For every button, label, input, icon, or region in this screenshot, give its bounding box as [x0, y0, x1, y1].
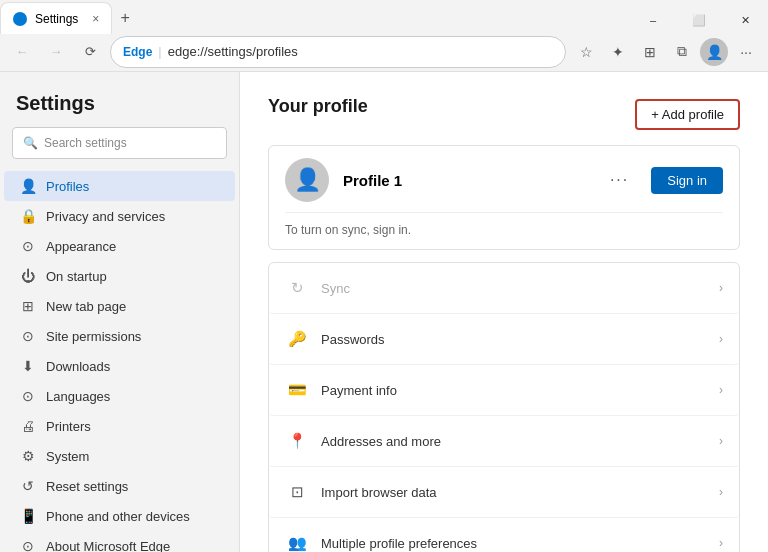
- system-icon: ⚙: [20, 448, 36, 464]
- tab-favicon: [13, 12, 27, 26]
- chevron-icon: ›: [719, 536, 723, 550]
- sidebar-item-label: System: [46, 449, 89, 464]
- menu-label: Passwords: [321, 332, 719, 347]
- passwords-icon: 🔑: [285, 327, 309, 351]
- minimize-button[interactable]: –: [630, 4, 676, 36]
- sidebar-item-label: New tab page: [46, 299, 126, 314]
- menu-label: Addresses and more: [321, 434, 719, 449]
- sync-hint: To turn on sync, sign in.: [285, 212, 723, 237]
- downloads-icon: ⬇: [20, 358, 36, 374]
- sidebar-item-newtab[interactable]: ⊞ New tab page: [4, 291, 235, 321]
- sidebar-item-permissions[interactable]: ⊙ Site permissions: [4, 321, 235, 351]
- menu-item-import[interactable]: ⊡ Import browser data ›: [269, 467, 739, 518]
- sign-in-button[interactable]: Sign in: [651, 167, 723, 194]
- profiles-icon: 👤: [20, 178, 36, 194]
- sidebar-item-phone[interactable]: 📱 Phone and other devices: [4, 501, 235, 531]
- read-aloud-icon[interactable]: ✦: [604, 38, 632, 66]
- sidebar-item-system[interactable]: ⚙ System: [4, 441, 235, 471]
- favorites-icon[interactable]: ☆: [572, 38, 600, 66]
- addresses-icon: 📍: [285, 429, 309, 453]
- chevron-icon: ›: [719, 434, 723, 448]
- active-tab[interactable]: Settings ×: [0, 2, 112, 34]
- sidebar-item-label: Profiles: [46, 179, 89, 194]
- menu-item-sync[interactable]: ↻ Sync ›: [269, 263, 739, 314]
- content-area: Your profile + Add profile 👤 Profile 1 ·…: [240, 72, 768, 552]
- close-button[interactable]: ✕: [722, 4, 768, 36]
- url-text: edge://settings/profiles: [168, 44, 298, 59]
- sidebar-item-startup[interactable]: ⏻ On startup: [4, 261, 235, 291]
- profile-avatar: 👤: [285, 158, 329, 202]
- menu-label: Sync: [321, 281, 719, 296]
- browser-toolbar: ← → ⟳ Edge | edge://settings/profiles ☆ …: [0, 32, 768, 72]
- profile-header: Your profile + Add profile: [268, 96, 740, 133]
- profile-more-button[interactable]: ···: [602, 167, 637, 193]
- menu-label: Multiple profile preferences: [321, 536, 719, 551]
- sidebar-item-label: Privacy and services: [46, 209, 165, 224]
- import-icon: ⊡: [285, 480, 309, 504]
- startup-icon: ⏻: [20, 268, 36, 284]
- sidebar-item-label: Printers: [46, 419, 91, 434]
- forward-button[interactable]: →: [42, 38, 70, 66]
- sidebar-item-label: On startup: [46, 269, 107, 284]
- sidebar-item-appearance[interactable]: ⊙ Appearance: [4, 231, 235, 261]
- multiprofile-icon: 👥: [285, 531, 309, 552]
- chevron-icon: ›: [719, 485, 723, 499]
- collections-icon[interactable]: ⊞: [636, 38, 664, 66]
- chevron-icon: ›: [719, 383, 723, 397]
- newtab-icon: ⊞: [20, 298, 36, 314]
- split-screen-icon[interactable]: ⧉: [668, 38, 696, 66]
- profile-card: 👤 Profile 1 ··· Sign in To turn on sync,…: [268, 145, 740, 250]
- your-profile-title: Your profile: [268, 96, 368, 117]
- menu-item-addresses[interactable]: 📍 Addresses and more ›: [269, 416, 739, 467]
- address-bar[interactable]: Edge | edge://settings/profiles: [110, 36, 566, 68]
- sidebar-item-profiles[interactable]: 👤 Profiles: [4, 171, 235, 201]
- sidebar-item-privacy[interactable]: 🔒 Privacy and services: [4, 201, 235, 231]
- menu-item-passwords[interactable]: 🔑 Passwords ›: [269, 314, 739, 365]
- sidebar-item-languages[interactable]: ⊙ Languages: [4, 381, 235, 411]
- sidebar-item-label: Appearance: [46, 239, 116, 254]
- main-layout: Settings 🔍 Search settings 👤 Profiles 🔒 …: [0, 72, 768, 552]
- sidebar-item-printers[interactable]: 🖨 Printers: [4, 411, 235, 441]
- search-box[interactable]: 🔍 Search settings: [12, 127, 227, 159]
- sidebar-item-label: Downloads: [46, 359, 110, 374]
- permissions-icon: ⊙: [20, 328, 36, 344]
- edge-logo-icon: Edge: [123, 45, 152, 59]
- search-icon: 🔍: [23, 136, 38, 150]
- menu-item-payment[interactable]: 💳 Payment info ›: [269, 365, 739, 416]
- appearance-icon: ⊙: [20, 238, 36, 254]
- sidebar-item-downloads[interactable]: ⬇ Downloads: [4, 351, 235, 381]
- phone-icon: 📱: [20, 508, 36, 524]
- refresh-button[interactable]: ⟳: [76, 38, 104, 66]
- tab-close-icon[interactable]: ×: [92, 12, 99, 26]
- toolbar-icons: ☆ ✦ ⊞ ⧉ 👤 ···: [572, 38, 760, 66]
- chevron-icon: ›: [719, 332, 723, 346]
- profile-icon[interactable]: 👤: [700, 38, 728, 66]
- printers-icon: 🖨: [20, 418, 36, 434]
- search-placeholder: Search settings: [44, 136, 127, 150]
- window-controls: – ⬜ ✕: [630, 4, 768, 32]
- profile-name: Profile 1: [343, 172, 588, 189]
- sidebar-item-label: Languages: [46, 389, 110, 404]
- sync-icon: ↻: [285, 276, 309, 300]
- profile-menu-items: ↻ Sync › 🔑 Passwords › 💳 Payment info › …: [268, 262, 740, 552]
- sidebar: Settings 🔍 Search settings 👤 Profiles 🔒 …: [0, 72, 240, 552]
- tab-label: Settings: [35, 12, 78, 26]
- sidebar-title: Settings: [0, 84, 239, 127]
- profile-row: 👤 Profile 1 ··· Sign in: [285, 158, 723, 202]
- privacy-icon: 🔒: [20, 208, 36, 224]
- new-tab-button[interactable]: +: [112, 5, 137, 31]
- menu-label: Payment info: [321, 383, 719, 398]
- back-button[interactable]: ←: [8, 38, 36, 66]
- more-tools-icon[interactable]: ···: [732, 38, 760, 66]
- languages-icon: ⊙: [20, 388, 36, 404]
- sidebar-item-label: Reset settings: [46, 479, 128, 494]
- about-icon: ⊙: [20, 538, 36, 552]
- add-profile-button[interactable]: + Add profile: [635, 99, 740, 130]
- restore-button[interactable]: ⬜: [676, 4, 722, 36]
- sidebar-item-reset[interactable]: ↺ Reset settings: [4, 471, 235, 501]
- sidebar-item-about[interactable]: ⊙ About Microsoft Edge: [4, 531, 235, 552]
- payment-icon: 💳: [285, 378, 309, 402]
- menu-label: Import browser data: [321, 485, 719, 500]
- sidebar-item-label: Site permissions: [46, 329, 141, 344]
- menu-item-multiprofile[interactable]: 👥 Multiple profile preferences ›: [269, 518, 739, 552]
